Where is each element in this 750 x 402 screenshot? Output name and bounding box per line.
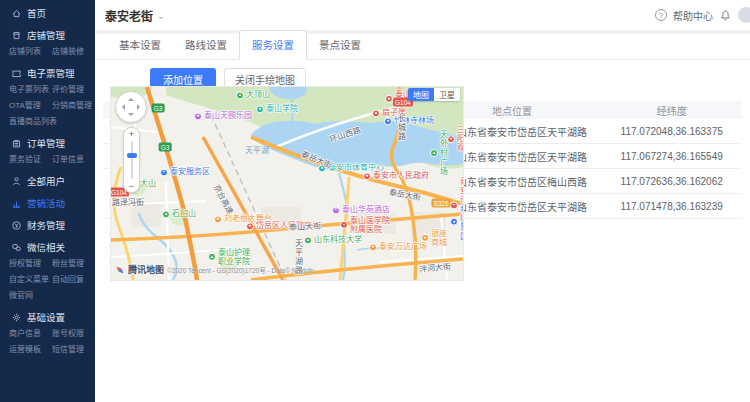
sidebar-subitems: 电子票列表评价管理OTA管理分销商管理直播商品列表 (0, 82, 95, 130)
poi-label: 泰山天颐乐园 (204, 111, 252, 120)
poi-marker-icon: ★ (385, 95, 393, 103)
sidebar-item-gear[interactable]: 基础设置 (0, 308, 95, 326)
sidebar-item-label: 订单管理 (27, 136, 65, 150)
sidebar-item-order[interactable]: 订单管理 (0, 134, 95, 152)
map-poi[interactable]: H泰山华苑酒店 (332, 205, 390, 214)
sidebar-item-wechat[interactable]: 微信相关 (0, 238, 95, 256)
pan-down-arrow[interactable] (128, 113, 134, 119)
map-view-button[interactable]: 地图 (408, 88, 434, 101)
cell-coords: 117.067274,36.165549 (601, 151, 742, 162)
poi-marker-icon: ▲ (236, 91, 244, 99)
map-copyright: ©2020 Tencent - GS(2020)1720号 - Data© Na… (167, 265, 314, 275)
sidebar-item-label: 财务管理 (27, 218, 65, 232)
sidebar-item-shop[interactable]: 店铺管理 (0, 26, 95, 44)
map-poi[interactable]: ★泰山天颐乐园 (194, 111, 252, 120)
poi-marker-icon: H (332, 206, 340, 214)
map-poi[interactable]: P泰安服务区 (160, 167, 210, 176)
wechat-icon (11, 242, 22, 253)
sidebar-item-label: 营销活动 (27, 196, 65, 210)
road-name-label: 环山西路 (328, 124, 362, 144)
satellite-view-button[interactable]: 卫星 (434, 88, 460, 101)
sidebar-item-users[interactable]: 全部用户 (0, 172, 95, 190)
road-name-label: 泰岳大街 (388, 186, 421, 202)
sidebar-subitem[interactable]: 短信管理 (52, 342, 95, 358)
sidebar-subitem[interactable]: 电子票列表 (9, 82, 52, 98)
zoom-in-button[interactable]: + (129, 128, 134, 140)
sidebar-subitem[interactable]: 运营模板 (9, 342, 52, 358)
poi-label: 泰山学院 (266, 104, 298, 113)
map-poi[interactable]: ▲大顶山 (236, 90, 270, 99)
page-title: 泰安老街 (105, 7, 153, 24)
tab-3[interactable]: 景点设置 (307, 31, 373, 59)
road-name-label: 路泽冯街 (112, 196, 144, 207)
zoom-slider-thumb[interactable] (127, 153, 137, 158)
content-card: 基本设置路线设置服务设置景点设置 添加位置 关闭手绘地图 (95, 34, 750, 402)
sidebar-subitems: 票务验证订单信息 (0, 152, 95, 168)
sidebar-subitem[interactable]: 店铺列表 (9, 44, 52, 60)
map-poi[interactable]: +泰山医学院 附属医院 (340, 216, 390, 234)
poi-marker-icon: ★ (214, 215, 222, 223)
map-attribution: 腾讯地图 ©2020 Tencent - GS(2020)1720号 - Dat… (115, 263, 314, 276)
sidebar-subitem[interactable]: OTA管理 (9, 98, 52, 114)
sidebar-subitem[interactable]: 商户信息 (9, 326, 52, 342)
sidebar-subitems: 授权管理粉丝管理自定义菜单自动回复微官网 (0, 256, 95, 304)
map-poi-layer: ▲大顶山●泰山学院★泰山天颐乐园★泰山古刹竹林寺▲扇子崖●竹林寺林场★三阳观P泰… (111, 87, 463, 280)
cell-coords: 117.072636,36.162062 (601, 176, 742, 187)
map-poi[interactable]: ●泰山学院 (256, 104, 298, 113)
map-compass-control[interactable] (115, 91, 147, 123)
sidebar-item-finance[interactable]: 财务管理 (0, 216, 95, 234)
notification-bell-icon[interactable] (719, 9, 732, 22)
map-zoom-control[interactable]: + − (123, 127, 140, 193)
pan-right-arrow[interactable] (137, 104, 143, 110)
help-center-link[interactable]: 帮助中心 (673, 8, 713, 23)
tencent-map[interactable]: ▲大顶山●泰山学院★泰山天颐乐园★泰山古刹竹林寺▲扇子崖●竹林寺林场★三阳观P泰… (110, 86, 464, 281)
sidebar-subitem[interactable]: 店铺装修 (52, 44, 95, 60)
zoom-out-button[interactable]: − (129, 180, 134, 192)
poi-marker-icon: ★ (363, 172, 371, 180)
sidebar-subitems: 店铺列表店铺装修 (0, 44, 95, 60)
zoom-slider[interactable] (131, 141, 133, 179)
avatar[interactable] (738, 7, 750, 23)
map-poi[interactable]: ★银座商城 (421, 229, 449, 247)
poi-marker-icon: + (340, 221, 348, 229)
sidebar-subitem[interactable]: 直播商品列表 (9, 114, 52, 130)
map-poi[interactable]: ▲山东科技大学 (304, 235, 362, 244)
sidebar-subitem[interactable]: 评价管理 (52, 82, 95, 98)
sidebar-item-home[interactable]: 首页 (0, 4, 95, 22)
tab-2[interactable]: 服务设置 (239, 30, 307, 60)
map-poi[interactable]: ★泰安万达广场 (369, 242, 427, 251)
sidebar-item-label: 基础设置 (27, 310, 65, 324)
chevron-down-icon[interactable]: ⌄ (157, 11, 165, 21)
sidebar-subitem[interactable]: 订单信息 (52, 152, 95, 168)
map-poi[interactable]: ▲天外村广场 (430, 130, 452, 176)
poi-label: 山东科技大学 (314, 235, 362, 244)
sidebar-subitem[interactable]: 自动回复 (52, 272, 95, 288)
map-type-switch: 地图 卫星 (408, 88, 460, 101)
tab-1[interactable]: 路线设置 (173, 31, 239, 59)
map-poi[interactable]: ▲石臼山 (162, 209, 196, 218)
sidebar-subitems: 商户信息账号权限运营模板短信管理 (0, 326, 95, 358)
map-poi[interactable]: ★泰安市人民政府 (363, 171, 429, 180)
pan-up-arrow[interactable] (128, 95, 134, 101)
sidebar-subitem[interactable]: 分销商管理 (52, 98, 95, 114)
sidebar-subitem[interactable]: 自定义菜单 (9, 272, 52, 288)
road-name-label: 泰山大街 (289, 220, 322, 233)
tab-0[interactable]: 基本设置 (107, 31, 173, 59)
top-header: 泰安老街 ⌄ ? 帮助中心 (95, 0, 750, 30)
map-poi[interactable]: ●竹林寺林场 (384, 116, 434, 125)
settings-tabbar: 基本设置路线设置服务设置景点设置 (95, 34, 750, 60)
pan-left-arrow[interactable] (119, 104, 125, 110)
cell-coords: 117.071478,36.163239 (601, 201, 742, 212)
poi-label: 泰山景区 (460, 204, 464, 241)
sidebar-subitem[interactable]: 账号权限 (52, 326, 95, 342)
sidebar-subitem[interactable]: 微官网 (9, 288, 52, 304)
sidebar-item-ticket[interactable]: 电子票管理 (0, 64, 95, 82)
poi-marker-icon: ▲ (430, 149, 438, 157)
sidebar-subitem[interactable]: 票务验证 (9, 152, 52, 168)
sidebar-subitem[interactable]: 授权管理 (9, 256, 52, 272)
sidebar-item-chart[interactable]: 营销活动 (0, 194, 95, 212)
poi-marker-icon: ★ (246, 222, 254, 230)
map-poi[interactable]: ●泰山景区 (450, 204, 464, 241)
sidebar-subitem[interactable]: 粉丝管理 (52, 256, 95, 272)
poi-label: 银座商城 (431, 229, 449, 247)
